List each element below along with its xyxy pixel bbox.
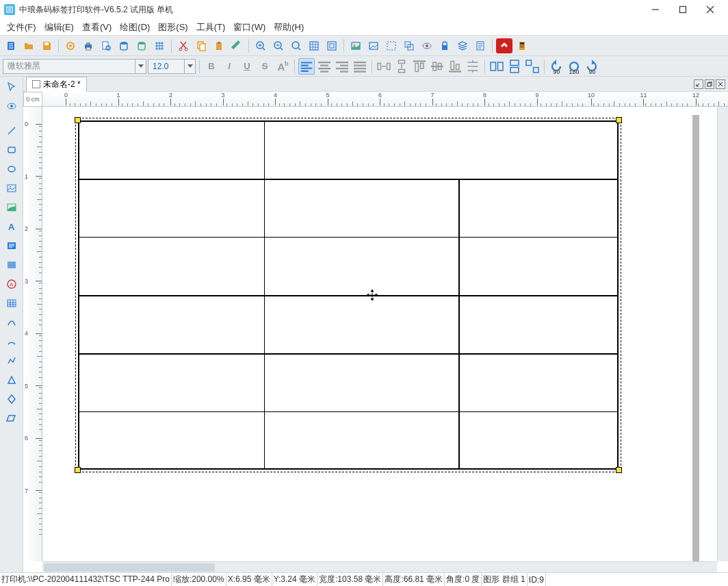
menu-tool[interactable]: 工具(T) — [192, 20, 230, 35]
triangle-tool[interactable] — [3, 371, 21, 389]
align-justify-button[interactable] — [352, 58, 368, 75]
page[interactable] — [49, 107, 692, 561]
svg-point-38 — [523, 45, 523, 46]
rect-tool[interactable] — [3, 141, 21, 159]
menu-draw[interactable]: 绘图(D) — [116, 20, 154, 35]
pdf-button[interactable] — [496, 38, 512, 53]
rotate-180-button[interactable]: 180 — [566, 58, 582, 75]
rotate-right-button[interactable]: 90 — [584, 58, 600, 75]
font-combo[interactable]: 微软雅黑 — [3, 59, 146, 74]
spacing-button[interactable] — [465, 58, 481, 75]
image2-button[interactable] — [365, 38, 382, 54]
resize-handle-tr[interactable] — [616, 117, 622, 123]
image-tool[interactable] — [3, 179, 21, 197]
barcode-tool[interactable] — [3, 256, 21, 274]
props-button[interactable] — [472, 38, 489, 54]
menu-window[interactable]: 窗口(W) — [229, 20, 270, 35]
doc-restore-button[interactable] — [705, 79, 714, 89]
menu-view[interactable]: 查看(V) — [78, 20, 116, 35]
qrcode-tool[interactable]: A — [3, 275, 21, 293]
align-top-button[interactable] — [411, 58, 428, 75]
settings-button[interactable] — [62, 38, 79, 54]
font-name-input[interactable]: 微软雅黑 — [3, 60, 135, 72]
resize-handle-br[interactable] — [616, 467, 622, 473]
maximize-button[interactable] — [669, 1, 697, 18]
resize-handle-tl[interactable] — [75, 117, 81, 123]
align-bot-button[interactable] — [447, 58, 463, 75]
underline-button[interactable]: U — [239, 58, 255, 75]
font-size-combo[interactable]: 12.0 — [148, 59, 196, 74]
zoom-100-button[interactable] — [306, 38, 322, 54]
menu-edit[interactable]: 编辑(E) — [40, 20, 78, 35]
crop-button[interactable] — [383, 38, 400, 54]
horizontal-scrollbar[interactable] — [42, 561, 717, 572]
close-button[interactable] — [697, 1, 724, 18]
bold-button[interactable]: B — [203, 58, 220, 75]
calc-button[interactable] — [514, 38, 530, 54]
dist-h-button[interactable] — [376, 58, 392, 75]
zoom-in-button[interactable] — [252, 38, 269, 54]
arc-tool[interactable] — [3, 333, 21, 351]
doc-close-button[interactable] — [716, 79, 725, 89]
ellipse-tool[interactable] — [3, 160, 21, 178]
group-button[interactable] — [401, 38, 417, 54]
copy-button[interactable] — [193, 38, 209, 54]
menu-help[interactable]: 帮助(H) — [270, 20, 308, 35]
paste-button[interactable] — [211, 38, 227, 54]
font-dropdown-button[interactable] — [135, 60, 146, 73]
align-left-button[interactable] — [298, 58, 315, 75]
hscroll-thumb[interactable] — [44, 563, 215, 572]
align-mid-button[interactable] — [429, 58, 445, 75]
strike-button[interactable]: S — [257, 58, 273, 75]
save-button[interactable] — [38, 38, 55, 54]
layer-button[interactable] — [454, 38, 471, 54]
preview-button[interactable] — [98, 38, 114, 54]
document-tab[interactable]: 未命名-2 * — [26, 77, 87, 92]
superscript-button[interactable]: Ab — [274, 58, 291, 75]
diamond-tool[interactable] — [3, 390, 21, 408]
menu-file[interactable]: 文件(F) — [3, 20, 40, 35]
grid-button[interactable] — [151, 38, 168, 54]
italic-button[interactable]: I — [221, 58, 237, 75]
database-button[interactable] — [116, 38, 132, 54]
font-size-input[interactable]: 12.0 — [148, 62, 184, 71]
parallelogram-tool[interactable] — [3, 409, 21, 427]
table-tool[interactable] — [3, 294, 21, 312]
zoom-page-button[interactable] — [324, 38, 340, 54]
new-button[interactable] — [3, 38, 19, 54]
dist-v-button[interactable] — [393, 58, 410, 75]
line-tool[interactable] — [3, 122, 21, 140]
align-right-button[interactable] — [334, 58, 350, 75]
align-center-button[interactable] — [316, 58, 333, 75]
image2-tool[interactable] — [3, 199, 21, 216]
same-width-button[interactable] — [489, 58, 505, 75]
same-both-button[interactable] — [524, 58, 541, 75]
print-button[interactable] — [80, 38, 96, 54]
cut-button[interactable] — [175, 38, 192, 54]
lock-button[interactable] — [437, 38, 453, 54]
doc-minimize-button[interactable] — [694, 79, 703, 89]
polyline-tool[interactable] — [3, 352, 21, 370]
zoom-out-button[interactable] — [270, 38, 287, 54]
image-button[interactable] — [348, 38, 364, 54]
same-height-button[interactable] — [506, 58, 523, 75]
table-object[interactable] — [78, 120, 619, 470]
text-tool[interactable]: A — [3, 218, 21, 235]
zoom-fit-button[interactable] — [288, 38, 304, 54]
size-dropdown-button[interactable] — [184, 60, 195, 73]
selection-tool[interactable] — [3, 78, 21, 96]
open-button[interactable] — [21, 38, 37, 54]
pan-tool[interactable] — [3, 97, 21, 115]
canvas-viewport[interactable] — [42, 107, 717, 561]
curve-tool[interactable] — [3, 314, 21, 331]
minimize-button[interactable] — [642, 1, 669, 18]
data-link-button[interactable] — [133, 38, 150, 54]
menu-shape[interactable]: 图形(S) — [154, 20, 192, 35]
vertical-scrollbar[interactable] — [717, 107, 728, 561]
resize-handle-bl[interactable] — [75, 467, 81, 473]
richtext-tool[interactable] — [3, 237, 21, 255]
rotate-left-button[interactable]: 90 — [548, 58, 564, 75]
brush-button[interactable] — [229, 38, 245, 54]
eye-button[interactable] — [419, 38, 435, 54]
format-toolbar: 微软雅黑 12.0 B I U S Ab 90 180 90 — [0, 56, 728, 77]
